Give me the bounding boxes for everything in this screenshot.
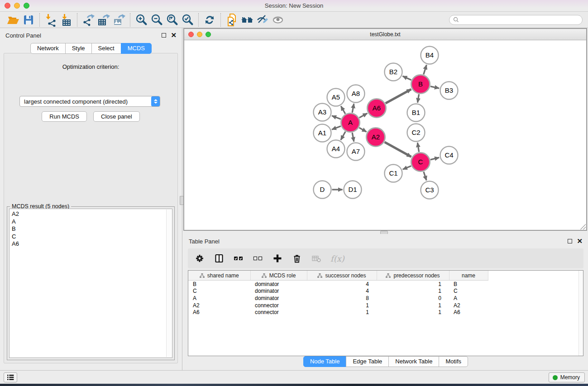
- graph-edge-A-A8[interactable]: [352, 104, 354, 113]
- tab-network-table[interactable]: Network Table: [388, 356, 439, 367]
- network-graph[interactable]: B4B2BB3A5A8A6B1A3AC2A1A2A4A7C4CC1C3DD1: [184, 40, 586, 231]
- close-panel-button[interactable]: Close panel: [93, 111, 140, 122]
- tab-node-table[interactable]: Node Table: [303, 356, 347, 367]
- zoom-out-icon[interactable]: [149, 13, 164, 27]
- mcds-result-item[interactable]: A: [12, 218, 172, 226]
- graph-node-A1[interactable]: A1: [314, 124, 331, 142]
- graph-edge-A-A1[interactable]: [332, 126, 341, 129]
- graph-edge-A-A6[interactable]: [359, 113, 368, 118]
- refresh-view-icon[interactable]: [202, 13, 217, 27]
- graph-edge-A-A4[interactable]: [341, 132, 345, 140]
- show-graphics-details-icon[interactable]: [270, 13, 286, 27]
- import-table-icon[interactable]: [58, 13, 74, 27]
- function-builder-icon[interactable]: f(x): [330, 254, 344, 263]
- table-row[interactable]: A6connector11A6: [188, 309, 488, 316]
- tab-network[interactable]: Network: [30, 43, 66, 54]
- column-header-successor-nodes[interactable]: successor nodes: [307, 271, 377, 281]
- run-mcds-button[interactable]: Run MCDS: [42, 111, 87, 122]
- graph-node-C3[interactable]: C3: [421, 181, 439, 199]
- graph-edge-B-B1[interactable]: [418, 94, 419, 103]
- graph-edge-C-C1[interactable]: [403, 166, 411, 170]
- zoom-network-button[interactable]: [206, 32, 211, 37]
- graph-edge-A-A2[interactable]: [359, 128, 367, 132]
- graph-node-A2[interactable]: A2: [367, 128, 385, 147]
- graph-node-A4[interactable]: A4: [327, 140, 345, 158]
- graph-node-A5[interactable]: A5: [327, 89, 345, 106]
- table-row[interactable]: Bdominator41B: [188, 281, 488, 288]
- graph-edge-B-B4[interactable]: [424, 65, 427, 74]
- mcds-result-item[interactable]: B: [12, 225, 172, 233]
- table-settings-icon[interactable]: [194, 253, 205, 264]
- select-all-icon[interactable]: [233, 253, 244, 264]
- add-row-icon[interactable]: [272, 253, 283, 264]
- graph-edge-B-B3[interactable]: [430, 86, 439, 88]
- column-header-shared-name[interactable]: shared name: [188, 271, 250, 281]
- table-row[interactable]: Adominator80A: [188, 295, 488, 302]
- graph-edge-C-C3[interactable]: [424, 172, 426, 180]
- network-canvas[interactable]: B4B2BB3A5A8A6B1A3AC2A1A2A4A7C4CC1C3DD1: [184, 40, 586, 230]
- graph-node-C2[interactable]: C2: [407, 124, 425, 142]
- graph-edge-C-C4[interactable]: [430, 157, 439, 160]
- graph-node-A3[interactable]: A3: [314, 104, 331, 121]
- search-box[interactable]: [449, 15, 583, 25]
- import-network-icon[interactable]: [43, 13, 58, 27]
- close-network-button[interactable]: [188, 32, 194, 37]
- hide-graphics-details-icon[interactable]: [255, 13, 270, 27]
- show-column-icon[interactable]: [214, 253, 225, 264]
- table-row[interactable]: A2connector11A2: [188, 302, 488, 309]
- mcds-result-list[interactable]: A2ABCA6: [9, 209, 172, 358]
- graph-node-D1[interactable]: D1: [344, 181, 362, 199]
- tab-style[interactable]: Style: [65, 43, 92, 54]
- graph-node-B1[interactable]: B1: [407, 104, 425, 122]
- graph-node-A6[interactable]: A6: [368, 99, 386, 118]
- graph-edge-A-A5[interactable]: [341, 106, 345, 114]
- memory-button[interactable]: Memory: [549, 372, 585, 382]
- graph-node-D[interactable]: D: [314, 181, 331, 199]
- graph-node-B2[interactable]: B2: [385, 63, 402, 81]
- mcds-result-item[interactable]: A2: [12, 210, 172, 218]
- float-panel-icon[interactable]: [162, 33, 166, 38]
- export-network-icon[interactable]: [81, 13, 96, 27]
- graph-edge-A-A7[interactable]: [352, 133, 354, 142]
- graph-node-C[interactable]: C: [411, 153, 430, 172]
- zoom-selected-icon[interactable]: [180, 13, 195, 27]
- save-session-icon[interactable]: [21, 13, 36, 27]
- graph-node-B4[interactable]: B4: [421, 47, 439, 64]
- graph-node-B[interactable]: B: [411, 75, 430, 94]
- mcds-result-item[interactable]: C: [12, 233, 172, 241]
- column-header-name[interactable]: name: [449, 271, 488, 281]
- graph-node-A8[interactable]: A8: [347, 85, 365, 103]
- network-overview-icon[interactable]: [239, 13, 255, 27]
- zoom-in-icon[interactable]: [134, 13, 149, 27]
- graph-edge-B-B2[interactable]: [403, 76, 411, 80]
- close-panel-icon[interactable]: ✕: [171, 33, 177, 38]
- column-header-mcds-role[interactable]: MCDS role: [250, 271, 307, 281]
- graph-edge-A2-C[interactable]: [385, 142, 411, 157]
- search-input[interactable]: [462, 16, 578, 24]
- close-table-panel-icon[interactable]: ✕: [577, 239, 583, 243]
- minimize-network-button[interactable]: [197, 32, 202, 37]
- zoom-fit-icon[interactable]: [164, 13, 180, 27]
- float-table-panel-icon[interactable]: [568, 239, 572, 243]
- mcds-result-item[interactable]: A6: [12, 240, 172, 248]
- graph-node-A7[interactable]: A7: [347, 143, 365, 161]
- graph-node-A[interactable]: A: [341, 114, 360, 132]
- export-image-icon[interactable]: [111, 13, 127, 27]
- table-row[interactable]: Cdominator41C: [188, 288, 488, 295]
- graph-node-C1[interactable]: C1: [385, 165, 402, 182]
- export-table-icon[interactable]: [96, 13, 111, 27]
- tab-edge-table[interactable]: Edge Table: [346, 356, 389, 367]
- tab-select[interactable]: Select: [91, 43, 121, 54]
- graph-node-B3[interactable]: B3: [440, 82, 458, 100]
- tab-mcds[interactable]: MCDS: [121, 43, 152, 54]
- tab-motifs[interactable]: Motifs: [439, 356, 468, 367]
- graph-node-C4[interactable]: C4: [440, 147, 458, 164]
- delete-row-icon[interactable]: [292, 253, 302, 264]
- table-scrollbar[interactable]: [578, 271, 583, 356]
- graph-edge-A-A3[interactable]: [332, 116, 341, 119]
- deselect-all-icon[interactable]: [253, 253, 263, 264]
- show-panels-button[interactable]: [4, 372, 17, 382]
- delete-table-icon[interactable]: [311, 253, 322, 264]
- graph-edge-C-C2[interactable]: [417, 143, 419, 152]
- open-file-icon[interactable]: [5, 13, 21, 27]
